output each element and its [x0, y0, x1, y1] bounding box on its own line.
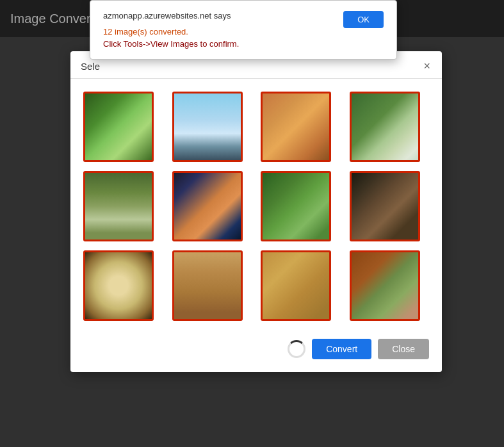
image-cell-9[interactable] — [83, 250, 154, 321]
dialog-footer: Convert Close — [70, 334, 442, 362]
image-cell-7[interactable] — [261, 171, 331, 241]
main-dialog: Sele × Convert Close — [70, 51, 442, 372]
image-cell-5[interactable] — [83, 171, 154, 241]
image-cell-2[interactable] — [172, 92, 243, 162]
image-cell-3[interactable] — [261, 92, 331, 162]
convert-button[interactable]: Convert — [312, 339, 371, 359]
image-cell-8[interactable] — [350, 171, 420, 241]
close-button[interactable]: Close — [378, 339, 429, 359]
loading-spinner — [288, 340, 305, 358]
image-cell-10[interactable] — [172, 250, 243, 321]
alert-title: azmonapp.azurewebsites.net says — [103, 11, 384, 20]
image-cell-11[interactable] — [261, 250, 331, 321]
image-grid — [70, 79, 442, 334]
image-cell-1[interactable] — [83, 92, 154, 162]
dialog-close-button[interactable]: × — [422, 60, 432, 72]
dialog-title: Sele — [81, 61, 100, 72]
image-cell-12[interactable] — [350, 250, 420, 321]
alert-message-line2: Click Tools->View Images to confirm. — [103, 39, 384, 49]
alert-ok-button[interactable]: OK — [343, 11, 384, 28]
image-cell-4[interactable] — [350, 92, 420, 162]
alert-popup: azmonapp.azurewebsites.net says 12 image… — [90, 0, 397, 60]
alert-message-line1: 12 image(s) converted. — [103, 27, 384, 37]
image-cell-6[interactable] — [172, 171, 243, 241]
